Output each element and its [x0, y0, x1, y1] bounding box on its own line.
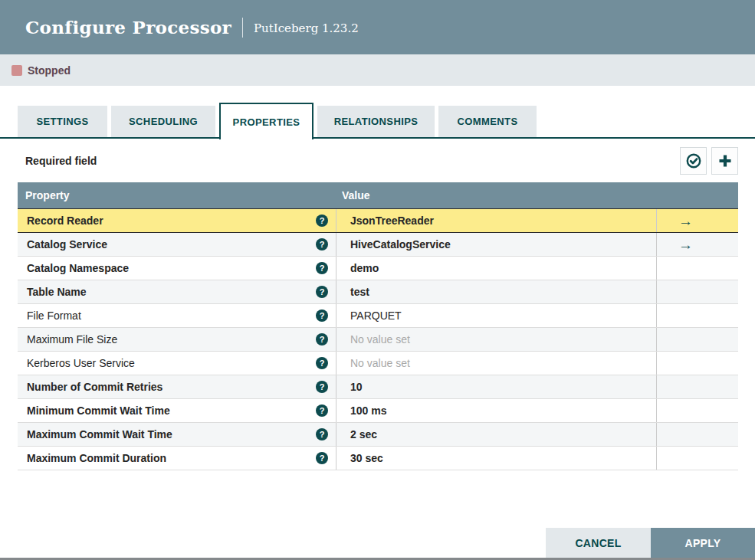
- property-row[interactable]: Catalog Namespace?demo: [18, 257, 738, 280]
- dialog-header: Configure Processor PutIceberg 1.23.2: [0, 0, 755, 54]
- required-field-label: Required field: [18, 155, 97, 167]
- property-name: Table Name: [27, 286, 316, 298]
- property-value-cell[interactable]: HiveCatalogService: [336, 233, 656, 256]
- tab-relationships[interactable]: RELATIONSHIPS: [317, 106, 435, 137]
- property-value: No value set: [350, 357, 410, 369]
- column-header-value: Value: [336, 189, 370, 201]
- property-value-cell[interactable]: No value set: [336, 328, 656, 351]
- property-name-cell: Record Reader?: [18, 209, 336, 232]
- property-name: Catalog Service: [27, 238, 316, 251]
- property-name: Maximum File Size: [27, 333, 316, 345]
- property-name: Record Reader: [27, 215, 316, 227]
- goto-service-arrow-icon[interactable]: →: [678, 214, 693, 228]
- tab-scheduling[interactable]: SCHEDULING: [111, 106, 215, 137]
- property-row[interactable]: Kerberos User Service?No value set: [18, 352, 738, 375]
- property-row[interactable]: Maximum Commit Wait Time?2 sec: [18, 423, 738, 447]
- toolbar-actions: [680, 147, 738, 175]
- property-value-cell[interactable]: demo: [336, 257, 656, 280]
- goto-service-cell: →: [656, 209, 738, 232]
- property-value: demo: [350, 262, 379, 274]
- property-value: PARQUET: [350, 309, 402, 322]
- property-name-cell: Maximum Commit Wait Time?: [18, 423, 336, 446]
- property-row[interactable]: Maximum Commit Duration?30 sec: [18, 447, 738, 470]
- property-value: 2 sec: [350, 428, 377, 440]
- property-name-cell: Number of Commit Retries?: [18, 375, 336, 398]
- help-icon[interactable]: ?: [316, 238, 328, 251]
- property-value-cell[interactable]: test: [336, 280, 656, 303]
- help-icon[interactable]: ?: [316, 286, 328, 298]
- goto-service-cell: [656, 352, 738, 375]
- plus-icon: [717, 153, 733, 169]
- property-name-cell: Catalog Namespace?: [18, 257, 336, 280]
- goto-service-cell: [656, 328, 738, 351]
- verify-properties-button[interactable]: [680, 147, 707, 175]
- status-label: Stopped: [28, 64, 71, 77]
- property-row[interactable]: File Format?PARQUET: [18, 304, 738, 328]
- goto-service-cell: [656, 280, 738, 303]
- property-value: 30 sec: [350, 452, 383, 464]
- configure-processor-dialog: Configure Processor PutIceberg 1.23.2 St…: [0, 0, 755, 560]
- title-divider: [242, 18, 243, 38]
- help-icon[interactable]: ?: [316, 262, 328, 274]
- help-icon[interactable]: ?: [316, 381, 328, 393]
- property-value-cell[interactable]: No value set: [336, 352, 656, 375]
- property-name: Number of Commit Retries: [27, 381, 316, 393]
- add-property-button[interactable]: [711, 147, 738, 175]
- property-row[interactable]: Minimum Commit Wait Time?100 ms: [18, 399, 738, 423]
- property-value-cell[interactable]: JsonTreeReader: [336, 209, 656, 232]
- table-header-row: Property Value: [18, 182, 738, 208]
- goto-service-cell: →: [656, 233, 738, 256]
- tab-comments[interactable]: COMMENTS: [438, 106, 537, 137]
- property-row[interactable]: Maximum File Size?No value set: [18, 328, 738, 352]
- goto-service-arrow-icon[interactable]: →: [678, 237, 693, 252]
- property-value-cell[interactable]: PARQUET: [336, 304, 656, 327]
- property-value: No value set: [350, 333, 410, 345]
- goto-service-cell: [656, 257, 738, 280]
- help-icon[interactable]: ?: [316, 404, 328, 417]
- help-icon[interactable]: ?: [316, 428, 328, 440]
- help-icon[interactable]: ?: [316, 309, 328, 322]
- property-name: File Format: [27, 309, 316, 322]
- status-bar: Stopped: [0, 54, 755, 86]
- tab-settings[interactable]: SETTINGS: [18, 106, 107, 137]
- property-name-cell: Table Name?: [18, 280, 336, 303]
- tab-properties[interactable]: PROPERTIES: [219, 103, 313, 139]
- property-value: test: [350, 286, 369, 298]
- goto-service-cell: [656, 375, 738, 398]
- column-header-property: Property: [18, 189, 336, 201]
- goto-service-cell: [656, 399, 738, 422]
- property-name-cell: File Format?: [18, 304, 336, 327]
- property-value-cell[interactable]: 10: [336, 375, 656, 398]
- property-name-cell: Maximum Commit Duration?: [18, 447, 336, 470]
- help-icon[interactable]: ?: [316, 333, 328, 345]
- property-value-cell[interactable]: 100 ms: [336, 399, 656, 422]
- help-icon[interactable]: ?: [316, 215, 328, 227]
- dialog-footer: CANCEL APPLY: [546, 528, 755, 558]
- property-value: HiveCatalogService: [350, 238, 451, 251]
- property-value: 100 ms: [350, 404, 386, 417]
- property-row[interactable]: Record Reader?JsonTreeReader→: [18, 208, 738, 233]
- property-row[interactable]: Table Name?test: [18, 280, 738, 304]
- help-icon[interactable]: ?: [316, 452, 328, 464]
- property-name-cell: Catalog Service?: [18, 233, 336, 256]
- apply-button[interactable]: APPLY: [651, 528, 755, 558]
- help-icon[interactable]: ?: [316, 357, 328, 369]
- property-name: Maximum Commit Duration: [27, 452, 316, 464]
- property-name: Catalog Namespace: [27, 262, 316, 274]
- goto-service-cell: [656, 304, 738, 327]
- dialog-title: Configure Processor: [25, 17, 231, 38]
- processor-name-version: PutIceberg 1.23.2: [254, 19, 359, 35]
- property-row[interactable]: Catalog Service?HiveCatalogService→: [18, 233, 738, 257]
- cancel-button[interactable]: CANCEL: [546, 528, 651, 558]
- property-name-cell: Minimum Commit Wait Time?: [18, 399, 336, 422]
- property-value-cell[interactable]: 30 sec: [336, 447, 656, 470]
- property-name: Kerberos User Service: [27, 357, 316, 369]
- property-name-cell: Maximum File Size?: [18, 328, 336, 351]
- property-row[interactable]: Number of Commit Retries?10: [18, 375, 738, 399]
- property-value: 10: [350, 381, 363, 393]
- check-circle-icon: [685, 152, 702, 169]
- property-value-cell[interactable]: 2 sec: [336, 423, 656, 446]
- property-name-cell: Kerberos User Service?: [18, 352, 336, 375]
- property-value: JsonTreeReader: [350, 215, 434, 227]
- property-name: Minimum Commit Wait Time: [27, 404, 316, 417]
